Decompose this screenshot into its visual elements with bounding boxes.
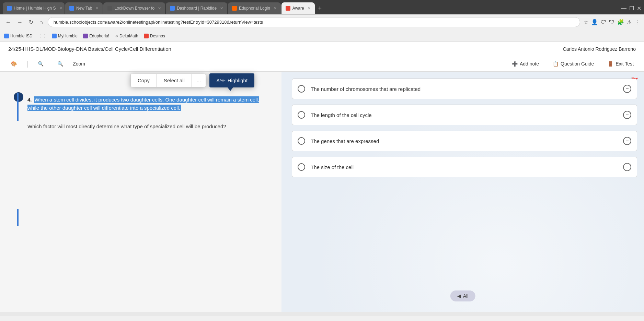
home-button[interactable]: ⌂	[38, 18, 44, 27]
extension-icon[interactable]: 🧩	[617, 19, 624, 25]
tab-newtab[interactable]: New Tab ✕	[65, 2, 103, 14]
close-icon[interactable]: ✕	[637, 5, 641, 12]
question-guide-button[interactable]: 📋 Question Guide	[549, 59, 597, 69]
main-content: 24/25-HHS-OL/MOD-Biology-DNA Basics/Cell…	[0, 42, 644, 316]
zoom-in-button[interactable]: 🔍	[53, 59, 67, 69]
tab-eduphoria-close[interactable]: ✕	[274, 6, 277, 11]
tab-newtab-close[interactable]: ✕	[95, 6, 99, 11]
tab-home[interactable]: Home | Humble High S ✕	[3, 2, 65, 14]
tab-aware-close[interactable]: ✕	[308, 6, 311, 11]
radio-b[interactable]	[298, 111, 305, 119]
sub-question-text: Which factor will most directly determin…	[27, 123, 226, 129]
palette-button[interactable]: 🎨	[7, 59, 21, 69]
eliminate-c-button[interactable]: −	[623, 137, 631, 145]
eliminate-a-button[interactable]: −	[623, 85, 631, 93]
bookmark-desmos[interactable]: Desmos	[144, 34, 165, 38]
tab-dashboard-label: Dashboard | Rapidide	[177, 6, 217, 11]
all-button-label: All	[463, 293, 469, 299]
restore-icon[interactable]: ❐	[629, 5, 634, 12]
stem-bullet	[14, 92, 23, 102]
toolbar-sep1: |	[26, 60, 28, 68]
zoom-label: Zoom	[73, 61, 85, 67]
question-guide-icon: 📋	[553, 61, 559, 67]
question-guide-label: Question Guide	[561, 61, 594, 67]
bookmarks-bar: Humble ISD ⋮⋮ MyHumble Eduphoria! ➜ Delt…	[0, 30, 644, 42]
forward-button[interactable]: →	[16, 18, 24, 27]
tab-lockdown-close[interactable]: ✕	[158, 6, 161, 11]
bookmark-deltamath-label: DeltaMath	[119, 34, 138, 38]
bookmark-deltamath[interactable]: ➜ DeltaMath	[115, 34, 138, 38]
copy-button[interactable]: Copy	[130, 74, 157, 87]
refresh-button[interactable]: ↻	[27, 17, 35, 27]
all-button[interactable]: ◀ All	[450, 290, 475, 301]
tab-home-favicon	[7, 6, 12, 11]
answer-option-c[interactable]: The genes that are expressed −	[292, 131, 637, 151]
highlight-button[interactable]: Aᵃ✏ Highlight	[209, 73, 254, 87]
window-controls[interactable]: — ❐ ✕	[621, 5, 641, 12]
question-left: 4.When a stem cell divides, it produces …	[0, 72, 281, 312]
bookmark-desmos-label: Desmos	[150, 34, 165, 38]
radio-a[interactable]	[298, 85, 305, 93]
bookmark-eduphoria-icon	[83, 34, 88, 38]
answer-text-d: The size of the cell	[311, 164, 354, 170]
bookmark-eduphoria-label: Eduphoria!	[89, 34, 109, 38]
add-note-button[interactable]: ➕ Add note	[508, 59, 542, 69]
tab-newtab-favicon	[69, 6, 74, 11]
exit-test-button[interactable]: 🚪 Exit Test	[604, 59, 637, 69]
tab-lockdown[interactable]: LockDown Browser fo ✕	[103, 2, 165, 14]
question-area: Copy Select all ... Aᵃ✏ Highlight 4.When…	[0, 72, 644, 312]
highlight-icon: Aᵃ✏	[216, 78, 225, 83]
question-sub: Which factor will most directly determin…	[21, 122, 271, 131]
select-all-button[interactable]: Select all	[157, 74, 192, 87]
bookmark-myhumble-label: MyHumble	[58, 34, 78, 38]
highlight-label: Highlight	[228, 78, 248, 83]
zoom-out-button[interactable]: 🔍	[34, 59, 48, 69]
stem-blue-bar2	[17, 209, 19, 226]
test-toolbar: 🎨 | 🔍 🔍 Zoom ➕ Add note 📋 Question Guide…	[0, 56, 644, 72]
menu-icon[interactable]: ⋮	[634, 19, 640, 25]
tab-dashboard[interactable]: Dashboard | Rapidide ✕	[166, 2, 227, 14]
stem-highlighted-text: When a stem cell divides, it produces tw…	[27, 96, 259, 111]
browser-frame: Home | Humble High S ✕ New Tab ✕ LockDow…	[0, 0, 644, 42]
bookmark-desmos-icon	[144, 34, 149, 38]
answer-option-a[interactable]: The number of chromosomes that are repli…	[292, 79, 637, 99]
back-button[interactable]: ←	[4, 18, 12, 27]
minimize-icon[interactable]: —	[621, 5, 626, 12]
add-note-icon: ➕	[512, 61, 518, 67]
eliminate-d-button[interactable]: −	[623, 163, 631, 171]
question-number: 4.	[27, 97, 32, 103]
bookmark-humbleisd[interactable]: Humble ISD	[4, 34, 33, 38]
new-tab-button[interactable]: +	[315, 5, 325, 12]
bookmark-myhumble[interactable]: MyHumble	[52, 34, 78, 38]
warning-icon[interactable]: ⚠	[627, 19, 632, 25]
tab-home-close[interactable]: ✕	[59, 6, 62, 11]
tab-lockdown-favicon	[107, 6, 112, 11]
answer-text-b: The length of the cell cycle	[311, 112, 372, 118]
bookmark-myhumble-icon	[52, 34, 57, 38]
tab-newtab-label: New Tab	[76, 6, 92, 11]
context-menu-popup: Copy Select all ... Aᵃ✏ Highlight	[130, 73, 254, 87]
bookmark-star-icon[interactable]: ☆	[584, 19, 588, 25]
eliminate-b-button[interactable]: −	[623, 111, 631, 119]
test-header: 24/25-HHS-OL/MOD-Biology-DNA Basics/Cell…	[0, 42, 644, 56]
radio-d[interactable]	[298, 163, 305, 171]
student-name: Carlos Antonio Rodriguez Barreno	[563, 46, 636, 52]
tab-aware[interactable]: Aware ✕	[281, 2, 315, 14]
address-input[interactable]	[48, 17, 580, 27]
answer-text-a: The number of chromosomes that are repli…	[311, 86, 421, 92]
shield2-icon[interactable]: 🛡	[609, 19, 614, 25]
answer-option-b[interactable]: The length of the cell cycle −	[292, 105, 637, 125]
tab-home-label: Home | Humble High S	[14, 6, 56, 11]
answer-option-d[interactable]: The size of the cell −	[292, 157, 637, 177]
more-options-button[interactable]: ...	[192, 74, 206, 87]
answer-text-c: The genes that are expressed	[311, 138, 379, 144]
add-note-label: Add note	[520, 61, 539, 67]
bookmark-eduphoria[interactable]: Eduphoria!	[83, 34, 109, 38]
tab-dashboard-close[interactable]: ✕	[220, 6, 223, 11]
shield-icon[interactable]: 🛡	[601, 19, 606, 25]
tab-eduphoria[interactable]: Eduphoria! Login ✕	[228, 2, 281, 14]
toolbar-right: ➕ Add note 📋 Question Guide 🚪 Exit Test	[508, 59, 637, 69]
radio-c[interactable]	[298, 137, 305, 145]
profile-icon[interactable]: 👤	[591, 19, 598, 25]
test-title: 24/25-HHS-OL/MOD-Biology-DNA Basics/Cell…	[8, 46, 171, 52]
